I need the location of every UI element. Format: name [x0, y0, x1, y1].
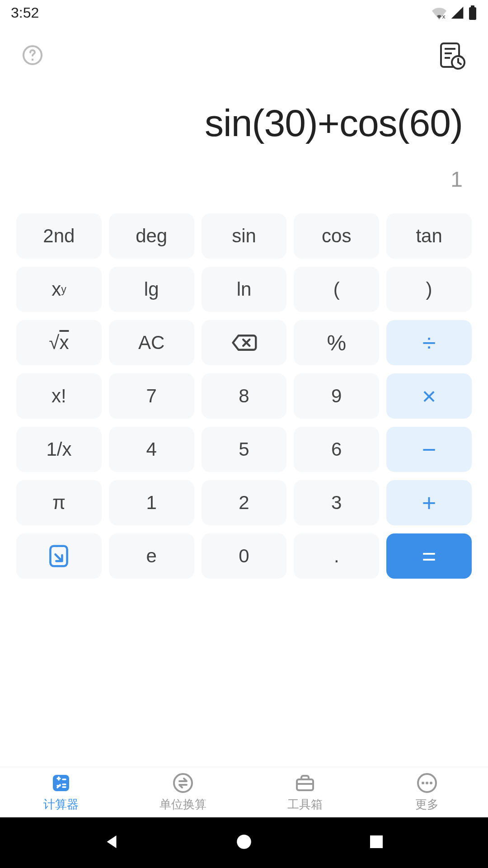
nav-tools[interactable]: 工具箱	[244, 767, 366, 817]
nav-more-label: 更多	[415, 797, 439, 812]
more-icon	[416, 772, 438, 794]
key-5[interactable]: 5	[202, 427, 287, 472]
svg-rect-10	[51, 546, 67, 566]
bottom-nav: 计算器 单位换算 工具箱 更多	[0, 767, 488, 817]
display-area: sin(30)+cos(60) 1	[0, 83, 488, 203]
svg-rect-19	[370, 835, 383, 848]
svg-point-16	[426, 782, 428, 784]
svg-rect-2	[471, 5, 474, 8]
key-multiply[interactable]: ×	[386, 373, 472, 419]
nav-calculator-label: 计算器	[43, 797, 79, 812]
key-equals[interactable]: =	[386, 533, 472, 579]
key-3[interactable]: 3	[294, 480, 379, 525]
backspace-icon	[231, 333, 257, 352]
result: 1	[450, 167, 463, 192]
keypad: 2nd deg sin cos tan xy lg ln ( ) √x AC %…	[0, 203, 488, 592]
key-e[interactable]: e	[109, 533, 194, 579]
key-6[interactable]: 6	[294, 427, 379, 472]
key-pi[interactable]: π	[16, 480, 102, 525]
key-2[interactable]: 2	[202, 480, 287, 525]
key-8[interactable]: 8	[202, 373, 287, 419]
svg-point-18	[237, 835, 251, 849]
collapse-icon	[48, 544, 70, 568]
history-icon[interactable]	[437, 41, 466, 71]
key-cos[interactable]: cos	[294, 213, 379, 259]
key-sqrt[interactable]: √x	[16, 320, 102, 365]
key-reciprocal[interactable]: 1/x	[16, 427, 102, 472]
android-nav	[0, 817, 488, 868]
svg-rect-1	[469, 7, 476, 20]
key-dot[interactable]: .	[294, 533, 379, 579]
key-sin[interactable]: sin	[202, 213, 287, 259]
svg-rect-11	[53, 775, 69, 791]
key-backspace[interactable]	[202, 320, 287, 365]
key-right-paren[interactable]: )	[386, 267, 472, 312]
battery-icon	[468, 5, 477, 20]
status-right: x	[432, 5, 477, 20]
android-recent[interactable]	[367, 832, 386, 853]
key-ln[interactable]: ln	[202, 267, 287, 312]
key-tan[interactable]: tan	[386, 213, 472, 259]
expression: sin(30)+cos(60)	[205, 101, 463, 145]
svg-point-4	[32, 59, 34, 61]
wifi-off-icon: x	[432, 5, 446, 20]
android-home[interactable]	[235, 832, 253, 853]
key-1[interactable]: 1	[109, 480, 194, 525]
key-2nd[interactable]: 2nd	[16, 213, 102, 259]
key-collapse[interactable]	[16, 533, 102, 579]
key-minus[interactable]: −	[386, 427, 472, 472]
key-4[interactable]: 4	[109, 427, 194, 472]
status-bar: 3:52 x	[0, 0, 488, 25]
calculator-icon	[50, 772, 72, 794]
key-xpowy[interactable]: xy	[16, 267, 102, 312]
key-factorial[interactable]: x!	[16, 373, 102, 419]
key-lg[interactable]: lg	[109, 267, 194, 312]
nav-tools-label: 工具箱	[287, 797, 323, 812]
key-divide[interactable]: ÷	[386, 320, 472, 365]
key-plus[interactable]: +	[386, 480, 472, 525]
android-back[interactable]	[102, 832, 121, 853]
key-deg[interactable]: deg	[109, 213, 194, 259]
key-percent[interactable]: %	[294, 320, 379, 365]
toolbox-icon	[294, 772, 316, 794]
convert-icon	[172, 772, 194, 794]
nav-unit-label: 单位换算	[160, 797, 206, 812]
nav-more[interactable]: 更多	[366, 767, 488, 817]
nav-calculator[interactable]: 计算器	[0, 767, 122, 817]
key-ac[interactable]: AC	[109, 320, 194, 365]
key-0[interactable]: 0	[202, 533, 287, 579]
top-icons	[0, 29, 488, 83]
svg-point-17	[430, 782, 432, 784]
cell-signal-icon	[450, 5, 465, 20]
svg-point-15	[422, 782, 424, 784]
key-9[interactable]: 9	[294, 373, 379, 419]
svg-point-12	[174, 774, 192, 792]
svg-text:x: x	[442, 13, 446, 20]
help-icon[interactable]	[22, 44, 43, 68]
key-left-paren[interactable]: (	[294, 267, 379, 312]
status-time: 3:52	[11, 5, 39, 21]
key-7[interactable]: 7	[109, 373, 194, 419]
nav-unit[interactable]: 单位换算	[122, 767, 244, 817]
